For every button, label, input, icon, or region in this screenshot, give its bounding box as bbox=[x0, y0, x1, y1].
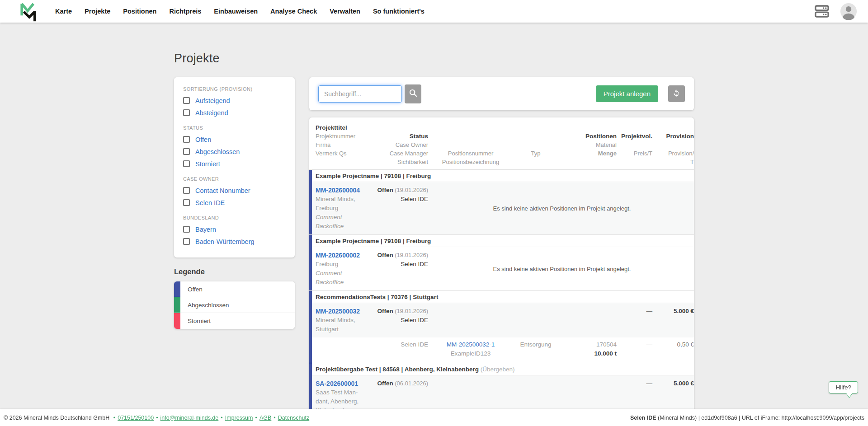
filter-panel: SORTIERUNG (PROVISION)AufsteigendAbsteig… bbox=[174, 77, 295, 257]
project-status-cell: Offen (19.01.2026)Selen IDE bbox=[376, 307, 428, 334]
header-label bbox=[560, 123, 617, 132]
footer-link-info-mineral-minds-de[interactable]: info@mineral-minds.de bbox=[160, 415, 219, 421]
project-firm-line: Freiburg bbox=[316, 204, 374, 213]
user-avatar-icon[interactable] bbox=[840, 3, 857, 20]
checkbox-selen-ide[interactable] bbox=[183, 199, 190, 206]
header-label bbox=[376, 123, 428, 132]
status-label: Offen bbox=[377, 308, 393, 314]
nav-item-analyse-check[interactable]: Analyse Check bbox=[264, 8, 323, 15]
project-row: RecommendationsTests | 70376 | Stuttgart… bbox=[309, 290, 694, 363]
project-volume: — bbox=[618, 379, 652, 388]
status-date: (19.01.2026) bbox=[393, 308, 428, 314]
footer-separator: • bbox=[221, 415, 222, 421]
filter-option-label: Contact Nonumber bbox=[195, 187, 250, 194]
header-label bbox=[430, 132, 511, 140]
status-date: (19.01.2026) bbox=[393, 252, 428, 258]
search-input[interactable] bbox=[318, 85, 402, 103]
nav-item-so-funktioniert-s[interactable]: So funktioniert's bbox=[367, 8, 431, 15]
header-label bbox=[513, 158, 558, 166]
header-label: Positionsbezeichnung bbox=[430, 158, 511, 166]
refresh-button[interactable] bbox=[668, 85, 685, 102]
filter-option-absteigend[interactable]: Absteigend bbox=[183, 107, 286, 119]
checkbox-baden-w-rttemberg[interactable] bbox=[183, 238, 190, 245]
project-info-cell: MM-202600002FreiburgCommentBackoffice bbox=[316, 251, 374, 287]
project-info-cell: MM-202600004Mineral Minds,FreiburgCommen… bbox=[316, 186, 374, 231]
case-owner: Selen IDE bbox=[376, 260, 428, 269]
header-label: Vermerk Qs bbox=[316, 149, 374, 158]
header-label bbox=[618, 158, 652, 166]
nav-item-richtpreis[interactable]: Richtpreis bbox=[163, 8, 208, 15]
legend-item-label: Offen bbox=[188, 286, 203, 293]
checkbox-storniert[interactable] bbox=[183, 160, 190, 167]
main-panel: Projekt anlegen ProjekttitelProjektnumme… bbox=[309, 77, 694, 426]
header-label: Preis/T bbox=[618, 149, 652, 158]
help-button[interactable]: Hilfe? bbox=[829, 381, 858, 393]
project-number-link[interactable]: MM-202600002 bbox=[316, 251, 374, 260]
status-line: Offen (19.01.2026) bbox=[376, 186, 428, 195]
filter-option-selen-ide[interactable]: Selen IDE bbox=[183, 197, 286, 209]
nav-item-positionen[interactable]: Positionen bbox=[117, 8, 163, 15]
header-label: T bbox=[654, 158, 694, 166]
nav-item-verwalten[interactable]: Verwalten bbox=[323, 8, 367, 15]
nav-item-karte[interactable]: Karte bbox=[49, 8, 78, 15]
checkbox-contact-nonumber[interactable] bbox=[183, 187, 190, 194]
status-label: Offen bbox=[377, 187, 393, 193]
create-project-button[interactable]: Projekt anlegen bbox=[596, 85, 658, 102]
main-nav: KarteProjektePositionenRichtpreisEinbauw… bbox=[49, 0, 431, 23]
project-status-cell: Offen (19.01.2026)Selen IDE bbox=[376, 186, 428, 231]
toolbar-actions: Projekt anlegen bbox=[596, 85, 685, 102]
filter-option-label: Absteigend bbox=[195, 109, 228, 117]
checkbox-absteigend[interactable] bbox=[183, 109, 190, 116]
search-button[interactable] bbox=[405, 84, 421, 103]
footer-separator: • bbox=[113, 415, 115, 421]
project-firm-line: Saas Test Man- bbox=[316, 388, 374, 397]
header-column-6: Projektvol.Preis/T bbox=[618, 123, 652, 166]
project-firm-line: Mineral Minds, bbox=[316, 316, 374, 325]
checkbox-bayern[interactable] bbox=[183, 226, 190, 233]
position-preis-t: — bbox=[618, 340, 652, 349]
filter-option-offen[interactable]: Offen bbox=[183, 133, 286, 145]
legend-color-swatch bbox=[174, 313, 180, 329]
empty-positions-message: Es sind keine aktiven Positionen im Proj… bbox=[430, 266, 694, 272]
project-title: Example Projectname | 79108 | Freiburg bbox=[312, 170, 694, 182]
footer-link-agb[interactable]: AGB bbox=[259, 415, 271, 421]
project-provision: 5.000 € bbox=[654, 379, 694, 388]
filter-option-aufsteigend[interactable]: Aufsteigend bbox=[183, 94, 286, 107]
filter-option-baden-w-rttemberg[interactable]: Baden-Württemberg bbox=[183, 235, 286, 248]
project-note: Backoffice bbox=[316, 222, 374, 231]
position-number-link[interactable]: MM-202500032-1 bbox=[430, 340, 511, 349]
header-label bbox=[513, 123, 558, 132]
server-icon[interactable] bbox=[814, 4, 830, 19]
footer-user: Selen IDE bbox=[630, 415, 656, 421]
mineral-minds-logo-icon[interactable] bbox=[18, 1, 39, 22]
position-case-manager: Selen IDE bbox=[376, 340, 428, 349]
filter-option-storniert[interactable]: Storniert bbox=[183, 158, 286, 170]
header-label bbox=[654, 140, 694, 149]
page-title: Projekte bbox=[174, 51, 694, 66]
table-header: ProjekttitelProjektnummerFirmaVermerk Qs… bbox=[309, 117, 694, 169]
checkbox-aufsteigend[interactable] bbox=[183, 97, 190, 104]
footer-link-07151-250100[interactable]: 07151/250100 bbox=[118, 415, 154, 421]
header-label: Positionsnummer bbox=[430, 149, 511, 158]
filter-option-abgeschlossen[interactable]: Abgeschlossen bbox=[183, 145, 286, 158]
project-number-link[interactable]: SA-202600001 bbox=[316, 379, 374, 388]
nav-item-einbauweisen[interactable]: Einbauweisen bbox=[208, 8, 264, 15]
project-number-link[interactable]: MM-202500032 bbox=[316, 307, 374, 316]
project-firm-line: Freiburg bbox=[316, 260, 374, 269]
header-label: Menge bbox=[560, 149, 617, 158]
status-line: Offen (19.01.2026) bbox=[376, 307, 428, 316]
nav-item-projekte[interactable]: Projekte bbox=[78, 8, 117, 15]
checkbox-offen[interactable] bbox=[183, 136, 190, 143]
legend-item-offen: Offen bbox=[174, 281, 295, 297]
footer-link-datenschutz[interactable]: Datenschutz bbox=[278, 415, 309, 421]
position-material: 170504 bbox=[560, 340, 617, 349]
filter-option-contact-nonumber[interactable]: Contact Nonumber bbox=[183, 184, 286, 197]
filter-option-label: Selen IDE bbox=[195, 199, 225, 206]
header-label: Projektvol. bbox=[618, 132, 652, 140]
footer-link-impressum[interactable]: Impressum bbox=[225, 415, 253, 421]
checkbox-abgeschlossen[interactable] bbox=[183, 148, 190, 155]
project-number-link[interactable]: MM-202600004 bbox=[316, 186, 374, 195]
filter-section-label-case-owner: CASE OWNER bbox=[183, 176, 286, 182]
filter-option-bayern[interactable]: Bayern bbox=[183, 223, 286, 235]
project-note: Comment bbox=[316, 269, 374, 278]
